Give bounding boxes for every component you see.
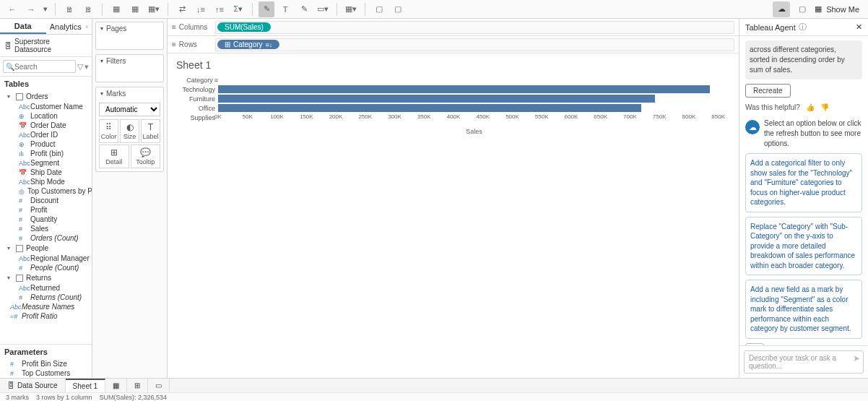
thumbs-down-button[interactable]: 👎 <box>820 103 829 111</box>
pages-label: Pages <box>106 25 126 33</box>
y-label-office-supplies: Office Supplies <box>176 104 218 113</box>
marks-color[interactable]: ⠿Color <box>99 119 118 143</box>
field-profit-ratio[interactable]: =#Profit Ratio <box>0 311 92 321</box>
filter-icon[interactable]: ▽ <box>77 62 83 72</box>
marks-tooltip[interactable]: 💬Tooltip <box>131 145 161 168</box>
search-input[interactable]: 🔍 <box>3 60 76 73</box>
new-datasource-button[interactable]: 🗎 <box>80 1 96 17</box>
tab-data-source[interactable]: 🗄Data Source <box>0 379 66 392</box>
x-tick: 600K <box>565 113 578 120</box>
sort-asc-button[interactable]: ↓≡ <box>193 1 209 17</box>
share-button[interactable]: ▢ <box>390 1 406 17</box>
bar-office-supplies[interactable] <box>218 104 641 112</box>
swap-button[interactable]: ⇄ <box>174 1 190 17</box>
field-measure-names[interactable]: AbcMeasure Names <box>0 302 92 311</box>
field-returns-count-[interactable]: #Returns (Count) <box>0 293 92 302</box>
status-sum: SUM(Sales): 2,326,534 <box>100 394 168 401</box>
close-agent-button[interactable]: ✕ <box>856 22 862 32</box>
field-ship-mode[interactable]: AbcShip Mode <box>0 177 92 186</box>
duplicate-button[interactable]: ▦ <box>127 1 143 17</box>
param-top-customers[interactable]: #Top Customers <box>0 368 92 378</box>
sheet-tabs: 🗄Data Source Sheet 1 ▦ ⊞ ▭ <box>0 378 868 392</box>
totals-button[interactable]: Σ▾ <box>230 1 246 17</box>
table-orders[interactable]: ▾Orders <box>0 91 92 102</box>
field-order-date[interactable]: 📅Order Date <box>0 121 92 130</box>
send-icon[interactable]: ➤ <box>853 353 860 363</box>
field-order-id[interactable]: AbcOrder ID <box>0 130 92 139</box>
marks-label[interactable]: TLabel <box>141 119 160 143</box>
new-worksheet-button[interactable]: ▦ <box>108 1 124 17</box>
sheet-title[interactable]: Sheet 1 <box>176 59 730 71</box>
bar-technology[interactable] <box>218 85 710 93</box>
marks-size[interactable]: ◐Size <box>120 119 139 143</box>
labels-button[interactable]: T <box>277 1 293 17</box>
columns-pill-sum-sales[interactable]: SUM(Sales) <box>217 22 271 32</box>
tab-sheet-1[interactable]: Sheet 1 <box>66 379 105 392</box>
agent-summary: across different categories, sorted in d… <box>745 40 862 79</box>
rows-shelf[interactable]: ⊞Category≡↓ <box>215 38 734 51</box>
bar-furniture[interactable] <box>218 95 655 103</box>
agent-suggestion-2[interactable]: Replace "Category" with "Sub-Category" o… <box>745 217 862 276</box>
field-profit-bin-[interactable]: ılıProfit (bin) <box>0 149 92 158</box>
agent-suggestion-1[interactable]: Add a categorical filter to only show sa… <box>745 153 862 212</box>
save-button[interactable]: 🗎 <box>61 1 77 17</box>
new-story-tab[interactable]: ▭ <box>148 379 170 392</box>
rows-shelf-label: ≡Rows <box>168 40 211 48</box>
data-guide-button[interactable]: ▢ <box>794 1 810 17</box>
undo-button[interactable]: ← <box>4 1 20 17</box>
field-orders-count-[interactable]: #Orders (Count) <box>0 233 92 243</box>
field-top-customers-by-p-[interactable]: ◎Top Customers by P... <box>0 186 92 196</box>
field-regional-manager[interactable]: AbcRegional Manager <box>0 254 92 263</box>
menu-dropdown[interactable]: ▾ <box>84 62 89 72</box>
field-location[interactable]: ⊕Location <box>0 111 92 121</box>
rows-pill-category[interactable]: ⊞Category≡↓ <box>217 40 279 49</box>
redo-button[interactable]: → <box>23 1 39 17</box>
mark-type-select[interactable]: Automatic <box>99 103 160 116</box>
field-sales[interactable]: #Sales <box>0 224 92 233</box>
tables-header: Tables <box>0 77 92 91</box>
x-tick: 850K <box>711 113 725 120</box>
datasource-name: Superstore Datasource <box>14 38 87 53</box>
field-segment[interactable]: AbcSegment <box>0 158 92 168</box>
agent-input[interactable]: Describe your task or ask a question... … <box>744 350 864 374</box>
table-people[interactable]: ▾People <box>0 243 92 254</box>
search-field[interactable] <box>14 63 73 71</box>
tableau-agent-toggle[interactable]: ☁ <box>773 1 790 17</box>
format-button[interactable]: ✎ <box>296 1 312 17</box>
datasource-row[interactable]: 🗄 Superstore Datasource <box>0 35 92 57</box>
fit-button[interactable]: ▭▾ <box>315 1 331 17</box>
tab-data[interactable]: Data <box>0 19 46 34</box>
redo-dropdown[interactable]: ▾ <box>42 1 49 17</box>
field-profit[interactable]: #Profit <box>0 205 92 215</box>
x-tick: 300K <box>388 113 402 120</box>
field-discount[interactable]: #Discount <box>0 196 92 205</box>
field-returned[interactable]: AbcReturned <box>0 283 92 293</box>
sort-desc-button[interactable]: ↑≡ <box>212 1 227 17</box>
x-tick: 0K <box>214 113 222 120</box>
field-customer-name[interactable]: AbcCustomer Name <box>0 102 92 111</box>
param-profit-bin-size[interactable]: #Profit Bin Size <box>0 359 92 368</box>
helpful-label: Was this helpful? <box>745 103 800 111</box>
marks-detail[interactable]: ⊞Detail <box>99 145 129 168</box>
columns-shelf[interactable]: SUM(Sales) <box>215 21 734 34</box>
new-dashboard-tab[interactable]: ⊞ <box>127 379 148 392</box>
agent-prompt: Select an option below or click the refr… <box>764 118 862 149</box>
x-tick: 50K <box>243 113 253 120</box>
tab-analytics[interactable]: Analytics‹ <box>46 19 92 34</box>
showme-label[interactable]: Show Me <box>826 5 859 14</box>
highlight-button[interactable]: ✎ <box>259 1 274 17</box>
field-product[interactable]: ⊕Product <box>0 139 92 149</box>
field-people-count-[interactable]: #People (Count) <box>0 263 92 272</box>
filters-card: ▾Filters <box>95 54 164 82</box>
recreate-button[interactable]: Recreate <box>745 84 791 98</box>
agent-suggestion-3[interactable]: Add a new field as a mark by including "… <box>745 280 862 339</box>
presentation-button[interactable]: ▢ <box>371 1 387 17</box>
clear-button[interactable]: ▦▾ <box>146 1 162 17</box>
field-quantity[interactable]: #Quantity <box>0 215 92 224</box>
field-ship-date[interactable]: 📅Ship Date <box>0 168 92 177</box>
showhide-cards-button[interactable]: ▦▾ <box>343 1 359 17</box>
new-worksheet-tab[interactable]: ▦ <box>105 379 127 392</box>
table-returns[interactable]: ▾Returns <box>0 272 92 283</box>
x-tick: 800K <box>682 113 696 120</box>
thumbs-up-button[interactable]: 👍 <box>806 103 815 111</box>
